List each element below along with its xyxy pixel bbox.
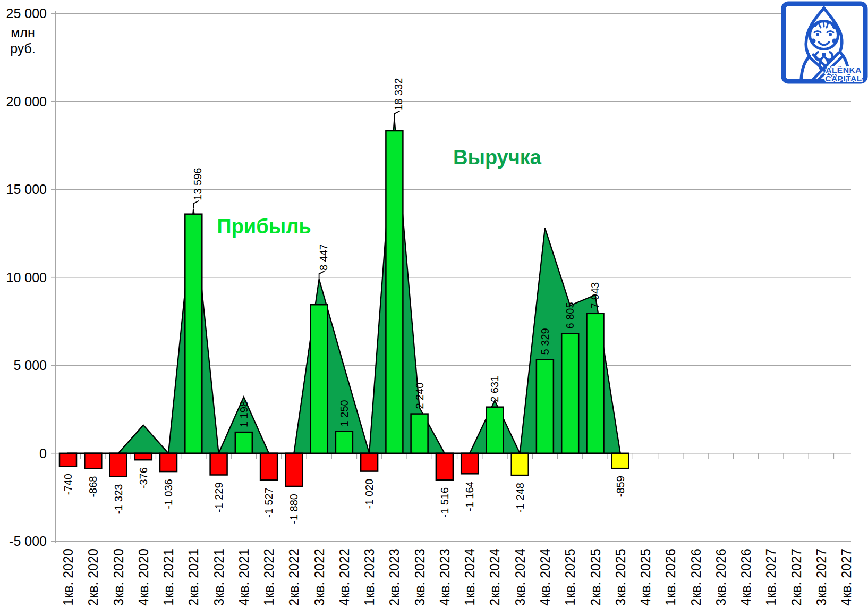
category-label: 4кв. 2024 <box>538 549 552 606</box>
category-label: 3кв. 2024 <box>513 549 527 606</box>
y-axis-tick-label: 25 000 <box>6 6 47 21</box>
category-label: 2кв. 2025 <box>588 549 603 606</box>
profit-bar <box>386 131 403 453</box>
profit-bar <box>285 453 302 486</box>
category-label: 2кв. 2020 <box>86 549 100 606</box>
series-label-revenue-label: Выручка <box>453 146 542 169</box>
bar-value-label: -1 229 <box>213 482 225 512</box>
profit-bar <box>361 453 378 471</box>
bar-value-label: -1 516 <box>439 487 450 518</box>
profit-bar <box>59 453 76 467</box>
bar-value-label: 8 447 <box>318 244 329 271</box>
bar-value-label: 2 631 <box>489 376 500 402</box>
profit-bar <box>311 305 328 453</box>
profit-bar <box>160 453 177 471</box>
label-leader-line <box>394 111 399 119</box>
category-label: 2кв. 2021 <box>186 549 201 606</box>
bar-value-label: 13 596 <box>192 168 203 200</box>
bar-value-label: 2 240 <box>414 383 426 409</box>
bar-value-label: -859 <box>615 476 626 497</box>
logo-brand-line1: ALЁNKA <box>826 65 862 74</box>
profit-bar <box>411 414 428 453</box>
bar-value-label: -1 880 <box>288 494 300 524</box>
matryoshka-icon: ALЁNKA CAPITAL <box>781 1 868 84</box>
bar-value-label: 7 943 <box>589 282 601 309</box>
category-label: 3кв. 2020 <box>111 549 126 606</box>
y-axis-tick-label: 20 000 <box>6 94 47 109</box>
category-label: 1кв. 2026 <box>663 549 678 606</box>
category-label: 1кв. 2020 <box>61 549 75 606</box>
profit-bar <box>486 407 503 453</box>
category-label: 2кв. 2023 <box>387 549 402 606</box>
bar-value-label: -1 036 <box>163 479 174 509</box>
profit-bar <box>110 453 127 477</box>
category-label: 1кв. 2023 <box>362 549 377 606</box>
profit-bar <box>461 453 478 474</box>
category-label: 4кв. 2023 <box>437 549 452 606</box>
y-axis-unit-line1: млн <box>11 25 35 40</box>
y-axis-tick-label: 0 <box>39 446 47 461</box>
profit-bar <box>235 432 252 453</box>
category-label: 1кв. 2022 <box>261 549 276 606</box>
category-label: 3кв. 2027 <box>814 549 829 606</box>
profit-bar <box>537 359 554 453</box>
y-axis-unit-line2: руб. <box>10 41 36 56</box>
logo-brand-line2: CAPITAL <box>825 74 862 83</box>
profit-bar <box>436 453 453 480</box>
bar-value-label: 1 198 <box>238 401 250 427</box>
bar-value-label: -376 <box>138 467 149 488</box>
bar-value-label: -740 <box>62 474 74 495</box>
profit-bar <box>561 334 578 453</box>
chart-canvas: 25 00020 00015 00010 0005 0000-5 000млнр… <box>0 0 868 615</box>
bar-value-label: 6 805 <box>564 302 576 328</box>
category-label: 4кв. 2026 <box>738 549 753 606</box>
bar-value-label: -1 164 <box>464 481 475 511</box>
category-label: 3кв. 2022 <box>312 549 327 606</box>
profit-bar <box>260 453 277 481</box>
profit-bar <box>210 453 227 475</box>
profit-bar <box>587 314 604 453</box>
series-label-profit-label: Прибыль <box>217 215 311 238</box>
category-label: 3кв. 2021 <box>211 549 226 606</box>
category-label: 3кв. 2025 <box>613 549 628 606</box>
alenka-capital-logo: ALЁNKA CAPITAL <box>781 1 868 84</box>
y-axis-tick-label: 5 000 <box>13 358 47 373</box>
profit-bar <box>185 214 202 453</box>
category-label: 2кв. 2022 <box>286 549 301 606</box>
y-axis-tick-label: -5 000 <box>9 534 47 549</box>
category-label: 2кв. 2027 <box>789 549 804 606</box>
category-label: 2кв. 2026 <box>688 549 703 606</box>
category-label: 3кв. 2026 <box>713 549 728 606</box>
profit-bar <box>84 453 101 469</box>
category-label: 1кв. 2025 <box>563 549 577 606</box>
category-label: 4кв. 2027 <box>839 549 854 606</box>
bar-value-label: -1 248 <box>514 483 526 513</box>
category-label: 3кв. 2023 <box>412 549 427 606</box>
y-axis-tick-label: 15 000 <box>6 182 47 197</box>
category-label: 4кв. 2020 <box>136 549 151 606</box>
profit-bar <box>512 453 529 475</box>
label-leader-line <box>193 201 199 208</box>
bar-value-label: -868 <box>87 476 99 498</box>
category-label: 4кв. 2021 <box>236 549 251 606</box>
category-label: 4кв. 2022 <box>337 549 352 606</box>
bar-value-label: -1 323 <box>113 484 124 515</box>
category-label: 2кв. 2024 <box>487 549 502 606</box>
bar-value-label: -1 527 <box>263 487 275 518</box>
bar-value-label: 1 250 <box>338 400 350 426</box>
profit-bar <box>612 453 629 468</box>
category-label: 1кв. 2021 <box>161 549 176 606</box>
profit-bar <box>135 453 152 460</box>
category-label: 1кв. 2024 <box>462 549 477 606</box>
profit-bar <box>336 431 353 453</box>
bar-value-label: 18 332 <box>393 78 404 111</box>
bar-value-label: -1 020 <box>363 479 375 509</box>
category-label: 4кв. 2025 <box>638 549 653 606</box>
bar-value-label: 5 329 <box>539 328 551 355</box>
quarterly-revenue-profit-chart: 25 00020 00015 00010 0005 0000-5 000млнр… <box>0 0 868 615</box>
y-axis-tick-label: 10 000 <box>6 270 47 285</box>
category-label: 1кв. 2027 <box>763 549 778 606</box>
